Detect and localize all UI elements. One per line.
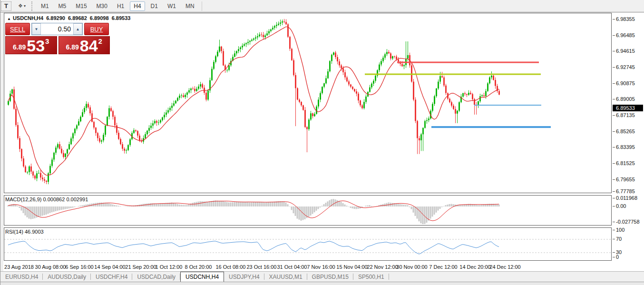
time-axis-label: 23 Oct 16:00 (247, 264, 277, 270)
chart-tab-bar: EURUSD,H4AUDUSD,DailyUSDCHF,H4USDCAD,Dai… (0, 271, 644, 282)
price-axis: 6.983556.964856.946156.927456.908756.890… (612, 13, 644, 261)
time-axis-label: 15 Nov 04:00 (336, 264, 367, 270)
current-price-badge: 6.89533 (613, 105, 643, 111)
time-axis-label: 16 Oct 08:00 (216, 264, 246, 270)
price-axis-tick: 6.98355 (616, 16, 635, 22)
ohlc-low: 6.89098 (90, 15, 109, 21)
price-axis-tick: 6.96485 (616, 32, 635, 38)
macd-pane[interactable] (4, 195, 612, 226)
chart-window: ▲USDCNH,H4 6.89290 6.89682 6.89098 6.895… (3, 13, 644, 271)
window-bottom-edge (0, 282, 644, 285)
ohlc-close: 6.89533 (112, 15, 131, 21)
chart-tab-usdjpy-h4[interactable]: USDJPY,H4 (224, 272, 264, 282)
price-axis-tick: 6.81525 (616, 160, 635, 166)
time-axis-label: 24 Dec 12:00 (489, 264, 520, 270)
volume-decrease-button[interactable]: ▼ (32, 23, 41, 35)
chevron-down-icon: ▾ (24, 4, 26, 8)
text-tool-button[interactable]: T (1, 1, 11, 11)
timeframe-button-w1[interactable]: W1 (164, 1, 180, 11)
mt4-window: T ❖ ▾ M1M5M15M30H1H4D1W1MN ▲USDCNH,H4 6.… (0, 0, 644, 285)
chart-tab-usdcad-daily[interactable]: USDCAD,Daily (132, 272, 180, 282)
price-axis-tick: 6.83395 (616, 144, 635, 150)
timeframe-button-m15[interactable]: M15 (72, 1, 90, 11)
price-axis-tick: 6.85265 (616, 128, 635, 134)
collapse-icon[interactable]: ▲ (7, 17, 11, 21)
rsi-axis-tick: 0 (616, 254, 619, 260)
toolbar-drag-handle[interactable] (31, 1, 34, 11)
buy-price-display[interactable]: 6.89 84 2 (59, 36, 110, 54)
ohlc-high: 6.89682 (68, 15, 87, 21)
buy-price-pips: 84 (80, 39, 98, 53)
buy-price-point: 2 (98, 37, 102, 45)
timeframe-group: M1M5M15M30H1H4D1W1MN (36, 1, 199, 11)
price-axis-tick: 6.77785 (616, 188, 635, 194)
chart-tab-audusd-daily[interactable]: AUDUSD,Daily (43, 272, 91, 282)
price-axis-tick: 6.92745 (616, 64, 635, 70)
time-axis-label: 30 Nov 00:00 (396, 264, 427, 270)
timeframe-button-m5[interactable]: M5 (55, 1, 70, 11)
chart-tab-sp500-h1[interactable]: SP500,H1 (353, 272, 389, 282)
sell-price-point: 3 (45, 37, 49, 45)
time-axis-label: 1 Oct 12:00 (156, 264, 183, 270)
sell-button[interactable]: SELL (5, 23, 30, 35)
toolbar: T ❖ ▾ M1M5M15M30H1H4D1W1MN (0, 0, 644, 12)
time-axis-label: 31 Oct 04:00 (277, 264, 307, 270)
objects-tool-button[interactable]: ❖ ▾ (16, 1, 28, 11)
volume-stepper: ▼ ▲ (31, 23, 83, 35)
chart-title: ▲USDCNH,H4 6.89290 6.89682 6.89098 6.895… (7, 15, 132, 21)
macd-axis-tick: -0.027758 (616, 219, 640, 225)
time-axis-label: 14 Dec 20:00 (459, 264, 490, 270)
time-axis-label: 22 Nov 12:00 (367, 264, 398, 270)
ohlc-open: 6.89290 (46, 15, 65, 21)
chart-tab-usdchf-h4[interactable]: USDCHF,H4 (91, 272, 132, 282)
time-axis-label: 21 Sep 20:00 (125, 264, 156, 270)
diamond-objects-icon: ❖ (18, 3, 23, 9)
sell-price-base: 6.89 (13, 43, 26, 51)
timeframe-button-h1[interactable]: H1 (113, 1, 128, 11)
time-axis-label: 30 Aug 08:00 (35, 264, 66, 270)
price-axis-tick: 6.90875 (616, 80, 635, 86)
rsi-axis-tick: 100 (616, 227, 624, 233)
volume-input[interactable] (41, 23, 73, 35)
buy-button[interactable]: BUY (84, 23, 109, 35)
buy-price-base: 6.89 (66, 43, 79, 51)
one-click-trade-panel: SELL ▼ ▲ BUY 6.89 53 3 6.89 84 2 (5, 23, 110, 54)
symbol-period: USDCNH,H4 (13, 15, 43, 21)
time-axis-label: 14 Sep 04:00 (94, 264, 125, 270)
macd-axis-tick: 0.00 (616, 203, 626, 209)
price-axis-tick: 6.79655 (616, 177, 635, 182)
sell-price-pips: 53 (27, 39, 45, 53)
chart-tab-xauusd-m1[interactable]: XAUUSD,M1 (264, 272, 307, 282)
price-axis-tick: 6.94615 (616, 48, 635, 54)
price-axis-tick: 6.87135 (616, 112, 635, 118)
chart-tab-gbpusd-m15[interactable]: GBPUSD,M15 (307, 272, 353, 282)
rsi-axis-tick: 70 (616, 236, 622, 242)
time-axis-label: 8 Oct 20:00 (185, 264, 212, 270)
rsi-pane[interactable] (4, 227, 612, 261)
time-axis-label: 7 Dec 12:00 (429, 264, 457, 270)
macd-axis-tick: 0.011968 (616, 195, 637, 201)
chart-tab-eurusd-h4[interactable]: EURUSD,H4 (0, 272, 43, 282)
timeframe-button-h4[interactable]: H4 (130, 1, 145, 11)
sell-price-display[interactable]: 6.89 53 3 (5, 36, 57, 54)
rsi-label: RSI(14) 46.9003 (5, 229, 44, 235)
price-axis-tick: 6.89005 (616, 96, 635, 102)
volume-increase-button[interactable]: ▲ (73, 23, 82, 35)
time-axis-label: 23 Aug 2018 (4, 264, 34, 270)
time-axis-label: 7 Nov 16:00 (307, 264, 335, 270)
timeframe-button-d1[interactable]: D1 (147, 1, 162, 11)
chart-tab-usdcnh-h4[interactable]: USDCNH,H4 (180, 272, 224, 282)
macd-label: MACD(12,26,9) 0.000862 0.002991 (5, 197, 88, 202)
timeframe-button-m30[interactable]: M30 (93, 1, 111, 11)
timeframe-button-mn[interactable]: MN (182, 1, 198, 11)
toolbar-separator (202, 1, 202, 11)
timeframe-button-m1[interactable]: M1 (37, 1, 53, 11)
time-axis-label: 6 Sep 16:00 (65, 264, 93, 270)
